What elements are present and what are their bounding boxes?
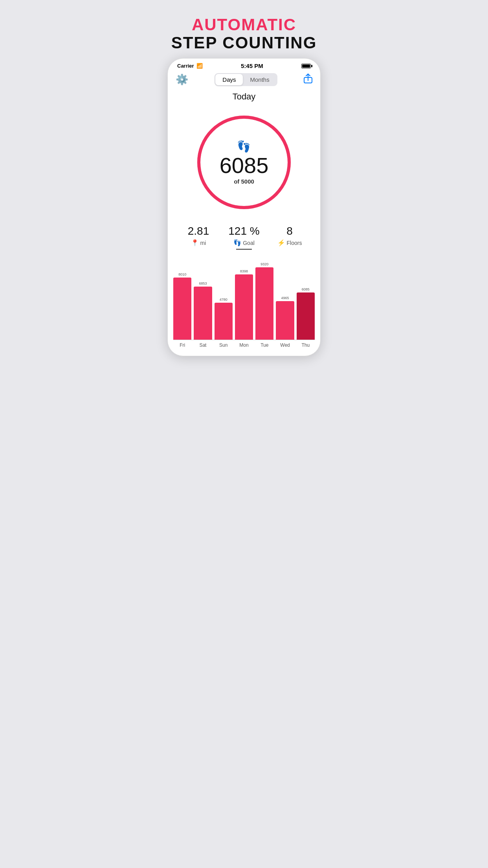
- chart-day-label: Thu: [297, 342, 315, 348]
- phone-frame: Carrier 📶 5:45 PM ⚙️ Days Months T: [167, 58, 321, 356]
- goal-text: of 5000: [220, 178, 269, 185]
- bar-group-thu: 6085: [297, 261, 315, 340]
- bar-value-label: 4965: [281, 296, 289, 300]
- circle-progress: 👣 6085 of 5000: [193, 111, 295, 213]
- distance-label: mi: [200, 240, 206, 246]
- chart-day-label: Sat: [194, 342, 212, 348]
- bar-value-label: 8398: [240, 269, 248, 273]
- bar-value-label: 6085: [302, 287, 310, 291]
- bar-group-sat: 6853: [194, 261, 212, 340]
- chart-day-label: Tue: [255, 342, 273, 348]
- bar-group-fri: 8010: [173, 261, 191, 340]
- stairs-icon: ⚡: [277, 239, 285, 246]
- circle-container: 👣 6085 of 5000: [168, 107, 320, 221]
- battery-icon: [301, 64, 311, 68]
- bar[interactable]: [215, 303, 233, 340]
- segment-control: Days Months: [215, 73, 277, 86]
- status-bar: Carrier 📶 5:45 PM: [168, 59, 320, 71]
- bar[interactable]: [297, 292, 315, 340]
- goal-divider: [236, 249, 252, 250]
- bar[interactable]: [235, 274, 253, 340]
- wifi-icon: 📶: [196, 63, 203, 69]
- bar[interactable]: [194, 287, 212, 340]
- bar-group-sun: 4780: [215, 261, 233, 340]
- bar-group-tue: 9320: [255, 261, 273, 340]
- bar-value-label: 8010: [178, 272, 186, 276]
- bar-value-label: 6853: [199, 281, 207, 285]
- floors-label: Floors: [287, 240, 302, 246]
- bar[interactable]: [173, 278, 191, 340]
- bar-group-mon: 8398: [235, 261, 253, 340]
- carrier-label: Carrier: [177, 63, 194, 69]
- bar-value-label: 9320: [261, 262, 268, 266]
- location-icon: 📍: [191, 239, 199, 246]
- title-automatic: AUTOMATIC: [171, 16, 317, 34]
- chart-day-label: Sun: [215, 342, 233, 348]
- app-header: AUTOMATIC STEP COUNTING: [167, 8, 321, 58]
- stats-row: 2.81 📍 mi 121 % 👣 Goal 8 ⚡ Floors: [168, 221, 320, 257]
- goal-value: 121 %: [221, 225, 267, 237]
- bar-group-wed: 4965: [276, 261, 294, 340]
- chart-section: 8010685347808398932049656085 FriSatSunMo…: [168, 257, 320, 356]
- stat-floors: 8 ⚡ Floors: [267, 225, 312, 246]
- status-time: 5:45 PM: [241, 63, 263, 69]
- bar[interactable]: [255, 267, 273, 340]
- app-wrapper: AUTOMATIC STEP COUNTING Carrier 📶 5:45 P…: [163, 8, 325, 356]
- chart-day-label: Fri: [173, 342, 191, 348]
- tab-days[interactable]: Days: [215, 74, 243, 85]
- share-button[interactable]: [304, 74, 312, 86]
- bar[interactable]: [276, 301, 294, 340]
- bar-value-label: 4780: [220, 298, 227, 302]
- floors-value: 8: [267, 225, 312, 237]
- chart-labels: FriSatSunMonTueWedThu: [173, 340, 315, 348]
- chart-day-label: Mon: [235, 342, 253, 348]
- stat-distance: 2.81 📍 mi: [176, 225, 221, 246]
- today-label: Today: [168, 90, 320, 107]
- step-count: 6085: [220, 154, 269, 177]
- footprint-icon: 👣: [220, 140, 269, 153]
- circle-inner: 👣 6085 of 5000: [220, 140, 269, 185]
- goal-label: Goal: [243, 240, 255, 246]
- status-left: Carrier 📶: [177, 63, 203, 69]
- chart-day-label: Wed: [276, 342, 294, 348]
- distance-value: 2.81: [176, 225, 221, 237]
- title-step-counting: STEP COUNTING: [171, 34, 317, 52]
- tab-months[interactable]: Months: [243, 74, 276, 85]
- stat-goal: 121 % 👣 Goal: [221, 225, 267, 250]
- toolbar: ⚙️ Days Months: [168, 71, 320, 90]
- settings-button[interactable]: ⚙️: [176, 74, 188, 86]
- chart-area: 8010685347808398932049656085: [173, 261, 315, 340]
- goal-footprint-icon: 👣: [233, 239, 241, 246]
